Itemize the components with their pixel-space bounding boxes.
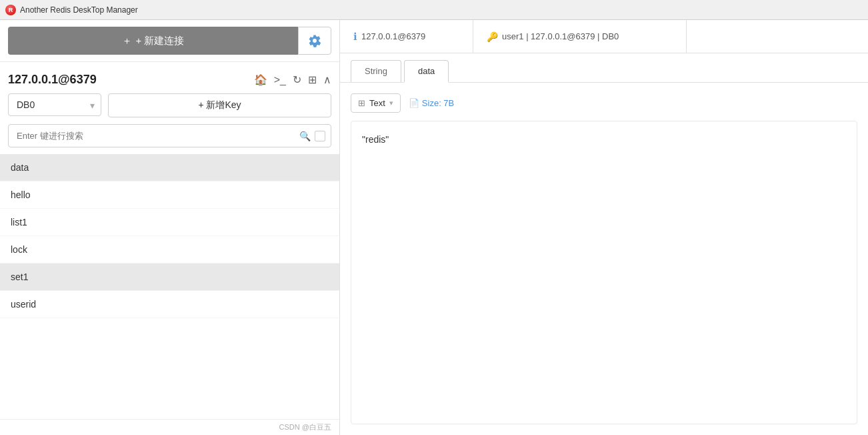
collapse-icon[interactable]: ∧ xyxy=(323,73,331,86)
new-connection-button[interactable]: ＋ + 新建连接 xyxy=(8,27,298,55)
plus-icon: ＋ xyxy=(122,35,132,47)
tab-data[interactable]: data xyxy=(404,60,449,83)
tab-key-label: user1 | 127.0.0.1@6379 | DB0 xyxy=(502,31,619,41)
info-icon: ℹ xyxy=(353,31,357,43)
home-icon[interactable]: 🏠 xyxy=(254,73,267,86)
app-title: Another Redis DeskTop Manager xyxy=(20,5,138,15)
add-key-button[interactable]: + 新增Key xyxy=(108,93,331,117)
value-text: "redis" xyxy=(362,134,389,145)
db-select-wrapper: DB0 DB1 DB2 ▾ xyxy=(8,93,101,117)
format-label: Text xyxy=(369,98,385,108)
key-name: set1 xyxy=(11,272,28,282)
search-checkbox[interactable] xyxy=(315,131,325,141)
search-icon: 🔍 xyxy=(299,131,311,141)
new-connection-label: + 新建连接 xyxy=(136,35,185,47)
chevron-down-icon: ▾ xyxy=(389,99,393,107)
add-key-label: + 新增Key xyxy=(198,99,241,111)
titlebar: R Another Redis DeskTop Manager xyxy=(0,0,868,20)
watermark-text: CSDN @白豆五 xyxy=(279,423,331,431)
value-display: "redis" xyxy=(351,121,857,424)
connection-actions: 🏠 >_ ↻ ⊞ ∧ xyxy=(254,73,331,86)
tab-key-info[interactable]: 🔑 user1 | 127.0.0.1@6379 | DB0 xyxy=(473,20,687,53)
key-list: data hello list1 lock set1 userid xyxy=(0,154,339,419)
key-name: list1 xyxy=(11,217,27,228)
tab-string-label: String xyxy=(365,66,387,76)
size-label: Size: 7B xyxy=(422,98,454,108)
tab-connection-label: 127.0.0.1@6379 xyxy=(361,31,425,41)
list-item[interactable]: lock xyxy=(0,236,339,264)
app-icon: R xyxy=(5,5,16,15)
size-info: 📄 Size: 7B xyxy=(409,98,454,108)
list-item[interactable]: list1 xyxy=(0,209,339,236)
content-tabs: String data xyxy=(340,53,868,83)
sidebar-top-bar: ＋ + 新建连接 xyxy=(0,20,339,62)
refresh-icon[interactable]: ↻ xyxy=(293,73,301,86)
value-toolbar: ⊞ Text ▾ 📄 Size: 7B xyxy=(351,93,857,113)
search-input[interactable] xyxy=(14,125,295,147)
value-area: ⊞ Text ▾ 📄 Size: 7B "redis" xyxy=(340,83,868,435)
db-select[interactable]: DB0 DB1 DB2 xyxy=(8,93,101,116)
key-name: hello xyxy=(11,189,31,200)
tab-connection-info[interactable]: ℹ 127.0.0.1@6379 xyxy=(340,20,473,53)
format-select[interactable]: ⊞ Text ▾ xyxy=(351,93,401,113)
key-name: userid xyxy=(11,299,36,310)
footer-watermark: CSDN @白豆五 xyxy=(0,419,339,435)
right-tabs-bar: ℹ 127.0.0.1@6379 🔑 user1 | 127.0.0.1@637… xyxy=(340,20,868,53)
main-layout: ＋ + 新建连接 127.0.0.1@6379 🏠 >_ ↻ ⊞ ∧ xyxy=(0,20,868,435)
list-item[interactable]: hello xyxy=(0,181,339,209)
right-content: String data ⊞ Text ▾ 📄 Size: xyxy=(340,53,868,435)
file-icon: 📄 xyxy=(409,98,419,108)
connection-name: 127.0.0.1@6379 xyxy=(8,73,97,87)
format-icon: ⊞ xyxy=(358,98,365,108)
list-item[interactable]: set1 xyxy=(0,264,339,291)
tab-data-label: data xyxy=(418,66,435,76)
db-key-row: DB0 DB1 DB2 ▾ + 新增Key xyxy=(0,93,339,124)
settings-button[interactable] xyxy=(298,27,331,55)
sidebar: ＋ + 新建连接 127.0.0.1@6379 🏠 >_ ↻ ⊞ ∧ xyxy=(0,20,340,435)
grid-icon[interactable]: ⊞ xyxy=(308,73,317,86)
key-icon: 🔑 xyxy=(487,31,498,42)
search-bar: 🔍 xyxy=(8,124,331,147)
connection-header: 127.0.0.1@6379 🏠 >_ ↻ ⊞ ∧ xyxy=(0,62,339,93)
list-item[interactable]: userid xyxy=(0,291,339,318)
gear-icon xyxy=(308,34,321,47)
key-name: lock xyxy=(11,244,27,255)
terminal-icon[interactable]: >_ xyxy=(274,74,286,86)
tab-string[interactable]: String xyxy=(351,60,401,82)
list-item[interactable]: data xyxy=(0,154,339,181)
right-panel: ℹ 127.0.0.1@6379 🔑 user1 | 127.0.0.1@637… xyxy=(340,20,868,435)
key-name: data xyxy=(11,162,29,173)
